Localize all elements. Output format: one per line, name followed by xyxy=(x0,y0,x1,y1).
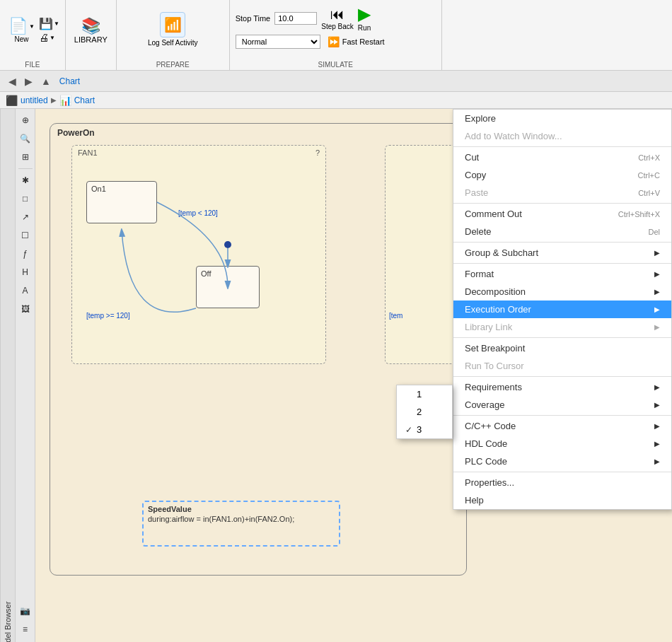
menu-decomp-label: Decomposition xyxy=(465,286,526,297)
menu-cpp-label: C/C++ Code xyxy=(465,421,516,431)
breadcrumb-bar: ⬛ untitled ▶ 📊 Chart xyxy=(0,92,672,109)
menu-item-add-watch: Add to Watch Window... xyxy=(453,127,671,145)
nav-tab-chart[interactable]: Chart xyxy=(59,76,80,86)
back-button[interactable]: ◀ xyxy=(6,74,19,88)
menu-breakpoint-label: Set Breakpoint xyxy=(465,343,525,354)
tool-fire[interactable]: 🔥 xyxy=(17,639,34,642)
breadcrumb-chart[interactable]: Chart xyxy=(74,95,95,105)
up-button[interactable]: ▲ xyxy=(38,74,54,88)
menu-item-comment-out[interactable]: Comment Out Ctrl+Shift+X xyxy=(453,205,671,223)
plc-submenu-arrow: ▶ xyxy=(654,457,660,465)
menu-cut-shortcut: Ctrl+X xyxy=(638,153,660,162)
menu-hdl-label: HDL Code xyxy=(465,438,507,449)
new-icon: 📄 xyxy=(8,17,28,35)
stateflow-icon: ⬛ xyxy=(6,95,18,106)
menu-item-paste: Paste Ctrl+V xyxy=(453,184,671,202)
execution-order-submenu: ✓ 1 ✓ 2 ✓ 3 xyxy=(396,385,453,439)
menu-item-decomposition[interactable]: Decomposition ▶ xyxy=(453,283,671,300)
check-3: ✓ xyxy=(405,425,412,435)
menu-item-library-link: Library Link ▶ xyxy=(453,318,671,336)
divider-1 xyxy=(453,146,671,147)
menu-item-coverage[interactable]: Coverage ▶ xyxy=(453,396,671,414)
tool-list[interactable]: ≡ xyxy=(17,621,34,638)
transition3-label: [tem xyxy=(389,312,402,320)
menu-copy-shortcut: Ctrl+C xyxy=(638,171,660,180)
menu-item-explore[interactable]: Explore xyxy=(453,110,671,127)
forward-button[interactable]: ▶ xyxy=(22,74,35,88)
tool-image[interactable]: 🖼 xyxy=(17,300,34,317)
menu-item-properties[interactable]: Properties... xyxy=(453,474,671,491)
menu-item-set-breakpoint[interactable]: Set Breakpoint xyxy=(453,339,671,357)
new-label: New xyxy=(14,35,28,43)
menu-item-copy[interactable]: Copy Ctrl+C xyxy=(453,166,671,184)
menu-help-label: Help xyxy=(465,495,484,506)
menu-item-format[interactable]: Format ▶ xyxy=(453,265,671,283)
tool-select[interactable]: ✱ xyxy=(17,172,34,189)
exec-order-2-label: 2 xyxy=(417,407,422,417)
run-label: Run xyxy=(358,24,371,32)
tool-history[interactable]: H xyxy=(17,264,34,281)
exec-order-2[interactable]: ✓ 2 xyxy=(397,403,452,421)
menu-exec-label: Execution Order xyxy=(465,304,531,315)
log-activity-button[interactable]: 📶 Log Self Activity xyxy=(142,9,204,49)
menu-item-cut[interactable]: Cut Ctrl+X xyxy=(453,148,671,166)
breadcrumb-untitled[interactable]: untitled xyxy=(21,95,48,105)
format-submenu-arrow: ▶ xyxy=(654,270,660,278)
menu-explore-label: Explore xyxy=(465,113,496,124)
group-submenu-arrow: ▶ xyxy=(654,249,660,257)
simulate-section: Stop Time ⏮ Step Back ▶ Run Normal ⏩ Fas… xyxy=(230,0,442,70)
menu-paste-shortcut: Ctrl+V xyxy=(638,189,660,197)
library-submenu-arrow: ▶ xyxy=(654,323,660,331)
menu-coverage-label: Coverage xyxy=(465,399,504,410)
save-button[interactable]: 💾 ▼ xyxy=(39,17,59,30)
stop-time-label: Stop Time xyxy=(236,14,271,23)
poweron-state: PowerOn FAN1 ? On1 Off [temp < 120] [tem… xyxy=(50,123,467,576)
file-section: 📄 ▼ New 💾 ▼ 🖨 ▼ FILE xyxy=(0,0,66,70)
menu-format-label: Format xyxy=(465,269,494,279)
fan1-state: FAN1 ? On1 Off [temp < 120] [temp >= 120… xyxy=(71,145,326,364)
tool-zoom[interactable]: 🔍 xyxy=(17,130,34,147)
library-button[interactable]: 📚 LIBRARY xyxy=(71,14,110,47)
tool-transition[interactable]: ↗ xyxy=(17,209,34,226)
menu-item-cpp-code[interactable]: C/C++ Code ▶ xyxy=(453,417,671,435)
model-browser-tab[interactable]: Model Browser xyxy=(0,109,16,642)
new-dropdown-arrow: ▼ xyxy=(29,23,35,30)
fast-restart-button[interactable]: ⏩ Fast Restart xyxy=(325,35,388,49)
off-state: Off xyxy=(196,266,260,308)
exec-order-3[interactable]: ✓ 3 xyxy=(397,421,452,438)
tool-text[interactable]: A xyxy=(17,282,34,299)
exec-order-1[interactable]: ✓ 1 xyxy=(397,385,452,403)
tool-function[interactable]: ƒ xyxy=(17,245,34,262)
print-button[interactable]: 🖨 ▼ xyxy=(39,32,59,43)
tool-navigate[interactable]: ⊕ xyxy=(17,112,34,129)
run-button[interactable]: ▶ Run xyxy=(358,4,371,32)
menu-item-delete[interactable]: Delete Del xyxy=(453,223,671,240)
on1-label: On1 xyxy=(91,185,106,193)
step-back-button[interactable]: ⏮ Step Back xyxy=(321,6,354,30)
tool-state[interactable]: □ xyxy=(17,190,34,207)
menu-item-run-cursor: Run To Cursor xyxy=(453,357,671,375)
exec-order-3-label: 3 xyxy=(417,424,422,435)
divider-3 xyxy=(453,242,671,243)
library-label: LIBRARY xyxy=(74,35,108,44)
menu-item-execution-order[interactable]: Execution Order ▶ xyxy=(453,300,671,318)
divider-7 xyxy=(453,415,671,416)
hdl-submenu-arrow: ▶ xyxy=(654,440,660,448)
on1-state: On1 xyxy=(86,181,157,223)
library-section: 📚 LIBRARY xyxy=(66,0,117,70)
menu-item-group[interactable]: Group & Subchart ▶ xyxy=(453,244,671,262)
simulation-mode-select[interactable]: Normal xyxy=(236,35,320,49)
menu-item-help[interactable]: Help xyxy=(453,491,671,509)
save-icon: 💾 xyxy=(39,17,53,30)
tool-camera[interactable]: 📷 xyxy=(17,602,34,619)
menu-item-requirements[interactable]: Requirements ▶ xyxy=(453,378,671,396)
menu-item-plc-code[interactable]: PLC Code ▶ xyxy=(453,453,671,470)
menu-item-hdl-code[interactable]: HDL Code ▶ xyxy=(453,435,671,453)
left-sidebar: ⊕ 🔍 ⊞ ✱ □ ↗ ☐ ƒ H A 🖼 📷 ≡ 🔥 xyxy=(16,109,35,642)
new-button[interactable]: 📄 ▼ New xyxy=(6,13,37,47)
tool-box[interactable]: ☐ xyxy=(17,227,34,244)
coverage-submenu-arrow: ▶ xyxy=(654,401,660,409)
stop-time-input[interactable] xyxy=(274,12,317,25)
tool-fitview[interactable]: ⊞ xyxy=(17,148,34,165)
menu-delete-shortcut: Del xyxy=(648,228,660,236)
